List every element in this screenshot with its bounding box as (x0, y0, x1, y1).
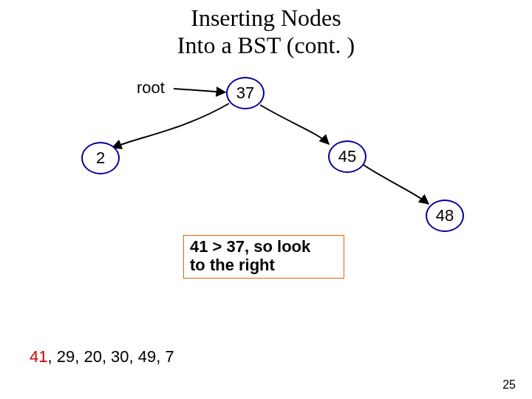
sequence-rest: , 29, 20, 30, 49, 7 (47, 347, 174, 366)
comparison-note: 41 > 37, so look to the right (183, 235, 344, 279)
insertion-sequence: 41, 29, 20, 30, 49, 7 (30, 347, 174, 366)
tree-node-37: 37 (226, 77, 265, 109)
page-number: 25 (502, 378, 516, 392)
title-line-1: Inserting Nodes (191, 4, 341, 31)
root-label: root (137, 78, 165, 98)
title-line-2: Into a BST (cont. ) (177, 32, 355, 58)
tree-node-2: 2 (81, 142, 120, 174)
note-line-1: 41 > 37, so look (190, 237, 338, 256)
tree-node-48: 48 (426, 200, 464, 232)
node-value: 48 (436, 206, 454, 225)
node-value: 37 (236, 83, 254, 103)
tree-node-45: 45 (328, 140, 366, 173)
note-line-2: to the right (190, 256, 338, 274)
node-value: 45 (338, 147, 356, 166)
node-value: 2 (96, 149, 105, 168)
tree-edges (0, 0, 532, 399)
slide-title: Inserting Nodes Into a BST (cont. ) (0, 4, 532, 59)
svg-line-0 (174, 89, 225, 92)
sequence-current: 41 (30, 347, 47, 366)
